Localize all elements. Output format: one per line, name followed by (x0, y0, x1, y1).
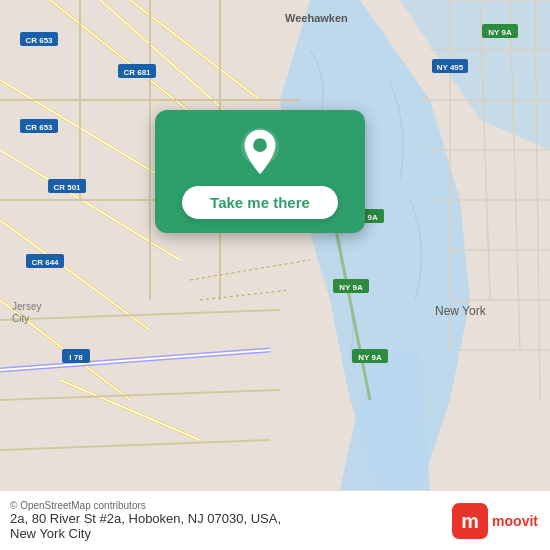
svg-text:I 78: I 78 (69, 353, 83, 362)
svg-text:NY 9A: NY 9A (488, 28, 512, 37)
svg-text:m: m (461, 510, 479, 532)
svg-text:CR 653: CR 653 (25, 36, 53, 45)
take-me-there-button[interactable]: Take me there (182, 186, 338, 219)
svg-text:NY 9A: NY 9A (339, 283, 363, 292)
svg-text:NY 9A: NY 9A (358, 353, 382, 362)
svg-text:CR 681: CR 681 (123, 68, 151, 77)
moovit-logo: m moovit (452, 503, 538, 539)
location-pin-icon (236, 128, 284, 176)
svg-text:Weehawken: Weehawken (285, 12, 348, 24)
address-line1: 2a, 80 River St #2a, Hoboken, NJ 07030, … (10, 511, 452, 526)
bottom-bar: © OpenStreetMap contributors 2a, 80 Rive… (0, 490, 550, 550)
svg-text:CR 501: CR 501 (53, 183, 81, 192)
popup-card: Take me there (155, 110, 365, 233)
address-line2: New York City (10, 526, 452, 541)
moovit-text: moovit (492, 513, 538, 529)
svg-text:Jersey: Jersey (12, 301, 41, 312)
svg-text:CR 653: CR 653 (25, 123, 53, 132)
svg-text:New York: New York (435, 304, 487, 318)
map-container: Weehawken New York Jersey City CR 653 CR… (0, 0, 550, 490)
svg-text:CR 644: CR 644 (31, 258, 59, 267)
address-block: © OpenStreetMap contributors 2a, 80 Rive… (10, 500, 452, 541)
svg-text:NY 495: NY 495 (437, 63, 464, 72)
svg-text:City: City (12, 313, 29, 324)
osm-credit: © OpenStreetMap contributors (10, 500, 452, 511)
map-svg: Weehawken New York Jersey City CR 653 CR… (0, 0, 550, 490)
moovit-icon: m (452, 503, 488, 539)
svg-point-28 (253, 138, 267, 152)
